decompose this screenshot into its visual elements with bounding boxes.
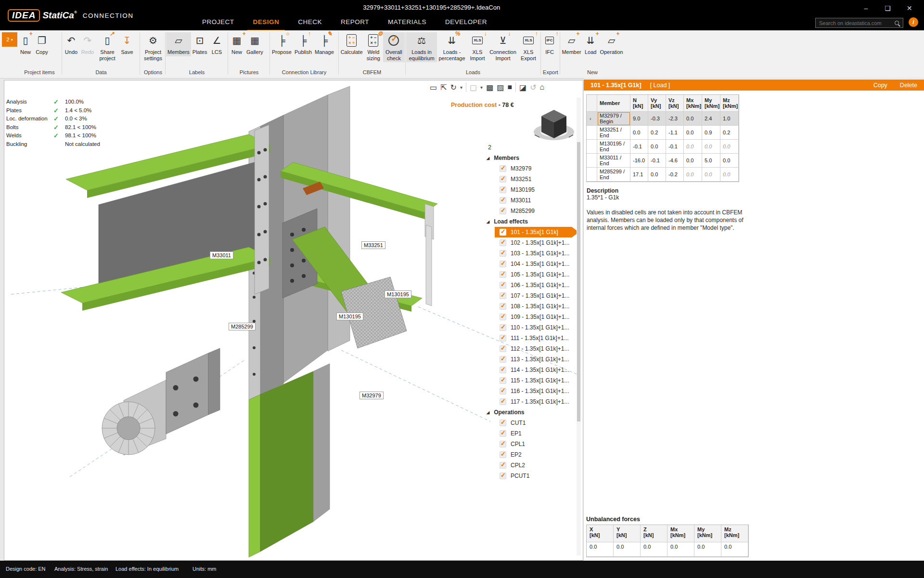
table-cell[interactable]: 5.0 (702, 154, 720, 168)
tree-load-effect-item[interactable]: 106 - 1.35x[1 G1k]+1... (484, 280, 581, 290)
labels-members-toggle[interactable]: ▱Members (166, 32, 191, 56)
table-cell[interactable]: 0.9 (702, 126, 720, 140)
tab-check[interactable]: CHECK (298, 16, 322, 30)
row-selector-icon[interactable]: › (587, 112, 597, 126)
checkbox-checked-icon[interactable] (500, 186, 506, 193)
loads-in-equilibrium-toggle[interactable]: ⚖Loads in equilibrium (406, 32, 437, 62)
checkbox-checked-icon[interactable] (500, 303, 506, 310)
tree-operation-item[interactable]: EP2 (484, 449, 581, 460)
checkbox-checked-icon[interactable] (500, 420, 506, 426)
tree-load-effect-item[interactable]: 104 - 1.35x[1 G1k]+1... (484, 259, 581, 269)
checkbox-checked-icon[interactable] (500, 367, 506, 373)
project-settings-button[interactable]: ⚙Project settings (141, 32, 166, 62)
tree-operation-item[interactable]: CUT1 (484, 418, 581, 428)
table-cell[interactable]: M33011 / End (597, 154, 630, 168)
tree-load-effect-item[interactable]: 113 - 1.35x[1 G1k]+1... (484, 354, 581, 365)
checkbox-checked-icon[interactable] (500, 250, 506, 257)
checkbox-checked-icon[interactable] (500, 430, 506, 437)
model-label[interactable]: M33011 (210, 251, 233, 259)
tree-load-effect-item[interactable]: 109 - 1.35x[1 G1k]+1... (484, 312, 581, 322)
tree-load-effect-item[interactable]: 105 - 1.35x[1 G1k]+1... (484, 269, 581, 280)
table-cell[interactable]: -0.2 (666, 168, 684, 182)
save-button[interactable]: ↧Save (119, 32, 135, 56)
tree-load-effect-item[interactable]: 116 - 1.35x[1 G1k]+1... (484, 386, 581, 396)
tree-scrollbar[interactable] (577, 98, 581, 555)
new-member-button[interactable]: ▱+Member (561, 32, 582, 56)
loads-percentage-button[interactable]: ⇊%Loads - percentage (437, 32, 467, 62)
tab-materials[interactable]: MATERIALS (388, 16, 426, 30)
ifc-export-button[interactable]: IFC↑IFC (541, 32, 558, 56)
table-cell[interactable]: 0.0 (684, 112, 702, 126)
chevron-down-icon[interactable]: ▾ (460, 85, 462, 90)
checkbox-checked-icon[interactable] (500, 271, 506, 278)
tree-load-effect-item[interactable]: 112 - 1.35x[1 G1k]+1... (484, 343, 581, 354)
checkbox-checked-icon[interactable] (500, 356, 506, 363)
table-cell[interactable]: 9.0 (630, 112, 648, 126)
checkbox-checked-icon[interactable] (500, 451, 506, 458)
table-cell[interactable]: 0.0 (648, 168, 666, 182)
checkbox-checked-icon[interactable] (500, 165, 506, 172)
publish-button[interactable]: ╞↑Publish (293, 32, 313, 56)
table-cell[interactable]: 0.0 (648, 140, 666, 154)
checkbox-checked-icon[interactable] (500, 176, 506, 183)
table-cell[interactable]: -16.0 (630, 154, 648, 168)
checkbox-checked-icon[interactable] (500, 197, 506, 204)
table-cell[interactable]: -4.6 (666, 154, 684, 168)
tree-member-item[interactable]: M33011 (484, 195, 581, 206)
manage-button[interactable]: ╞✎Manage (313, 32, 335, 56)
tree-member-item[interactable]: M285299 (484, 206, 581, 216)
gallery-button[interactable]: ▦Gallery (245, 32, 265, 56)
tree-load-effect-item[interactable]: 103 - 1.35x[1 G1k]+1... (484, 248, 581, 259)
labels-lcs-toggle[interactable]: ∠LCS (208, 32, 225, 56)
wireframe-view-icon[interactable]: ▩ (486, 83, 493, 92)
table-cell[interactable]: 0.0 (684, 154, 702, 168)
tree-member-item[interactable]: M33251 (484, 174, 581, 184)
model-label[interactable]: M32979 (359, 392, 384, 399)
checkbox-checked-icon[interactable] (500, 314, 506, 320)
new-load-button[interactable]: ⇊+Load (582, 32, 599, 56)
tree-members-header[interactable]: ◢ Members (484, 153, 581, 163)
table-cell[interactable]: 17.1 (630, 168, 648, 182)
search-icon[interactable] (895, 21, 899, 25)
info-icon[interactable]: i (909, 17, 918, 27)
checkbox-checked-icon[interactable] (500, 261, 506, 267)
table-cell[interactable]: -0.1 (666, 140, 684, 154)
table-cell[interactable]: 0.0 (684, 126, 702, 140)
clip-view-icon[interactable]: ◪ (519, 83, 526, 92)
checkbox-checked-icon[interactable] (500, 388, 506, 394)
fit-view-icon[interactable]: ⇱ (440, 83, 447, 92)
xls-import-button[interactable]: XLS↓XLS Import (467, 32, 488, 62)
transparent-view-icon[interactable]: ▨ (497, 83, 504, 92)
copy-load-button[interactable]: Copy (873, 82, 887, 89)
close-button[interactable]: ✕ (898, 0, 920, 16)
tree-operations-header[interactable]: ◢ Operations (484, 407, 581, 418)
tree-load-effect-selected[interactable]: 101 - 1.35x[1 G1k] (484, 227, 581, 237)
table-cell[interactable]: 1.0 (720, 112, 739, 126)
tree-load-effect-item[interactable]: 107 - 1.35x[1 G1k]+1... (484, 290, 581, 301)
undo-button[interactable]: ↶Undo (63, 32, 79, 56)
section-icon[interactable]: ▢ (470, 83, 477, 92)
tree-load-effect-item[interactable]: 111 - 1.35x[1 G1k]+1... (484, 333, 581, 343)
version-dropdown[interactable]: 2▾ (2, 32, 17, 47)
delete-load-button[interactable]: Delete (900, 82, 917, 89)
tree-member-item[interactable]: M32979 (484, 163, 581, 174)
connection-import-button[interactable]: ⊻↓Connection Import (488, 32, 518, 62)
table-cell[interactable]: 0.2 (720, 126, 739, 140)
weld-sizing-button[interactable]: + −× ÷⚙Weld sizing (364, 32, 383, 62)
table-cell[interactable]: M285299 / End (597, 168, 630, 182)
model-label[interactable]: M33251 (361, 241, 385, 249)
table-cell[interactable]: M130195 / End (597, 140, 630, 154)
mirror-view-icon[interactable]: ↺ (530, 83, 536, 92)
checkbox-checked-icon[interactable] (500, 208, 506, 214)
new-operation-button[interactable]: ▱+Operation (599, 32, 624, 56)
checkbox-checked-icon[interactable] (500, 398, 506, 405)
checkbox-checked-icon[interactable] (500, 473, 506, 479)
new-project-button[interactable]: ▯+New (17, 32, 34, 56)
checkbox-checked-icon[interactable] (500, 335, 506, 342)
collapse-triangle-icon[interactable]: ◢ (487, 156, 489, 160)
checkbox-checked-icon[interactable] (500, 292, 506, 299)
table-cell[interactable]: -2.3 (666, 112, 684, 126)
checkbox-checked-icon[interactable] (500, 239, 506, 246)
tree-load-effect-item[interactable]: 108 - 1.35x[1 G1k]+1... (484, 301, 581, 312)
tab-design[interactable]: DESIGN (253, 16, 280, 30)
